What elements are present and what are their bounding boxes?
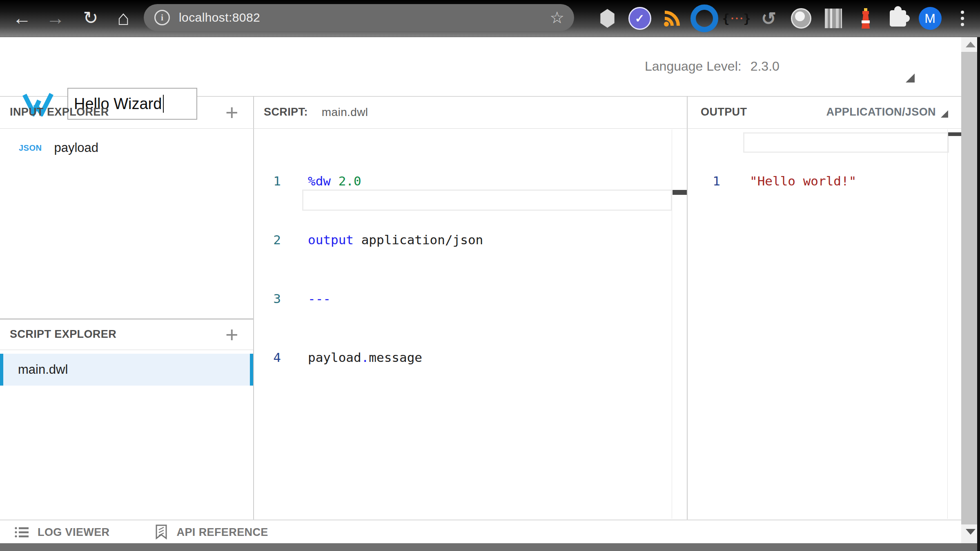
browser-toolbar: ← → ↻ ⌂ i localhost:8082 ☆ ✓ {···} ↺: [0, 0, 980, 37]
output-scroll-cursor-marker: [948, 132, 961, 136]
script-editor-gutter: [672, 129, 672, 519]
language-level: Language Level: 2.3.0: [645, 37, 780, 95]
window-right-edge: [977, 37, 980, 551]
app-header: Hello Wizard Language Level: 2.3.0: [0, 37, 980, 97]
library-bars-extension-icon[interactable]: [817, 9, 849, 28]
address-bar[interactable]: i localhost:8082 ☆: [144, 4, 574, 31]
log-viewer-button[interactable]: LOG VIEWER: [15, 526, 110, 539]
extension-row: ✓ {···} ↺ M: [591, 3, 978, 33]
check-badge-extension-icon[interactable]: ✓: [624, 7, 656, 30]
input-type-badge: JSON: [19, 143, 42, 153]
script-panel-label: SCRIPT:: [264, 106, 308, 118]
window-bottom-strip: [0, 543, 980, 551]
script-explorer-header-divider: [0, 350, 253, 350]
add-input-button[interactable]: +: [225, 104, 238, 120]
script-code-editor[interactable]: %dw 2.0 output application/json --- payl…: [308, 132, 483, 387]
code-line-4: payload.message: [308, 348, 483, 367]
language-level-expander-icon[interactable]: [906, 74, 915, 83]
input-item-payload[interactable]: JSON payload: [0, 136, 253, 159]
output-line-numbers: 1: [688, 132, 720, 210]
bookmark-icon: [155, 524, 168, 540]
script-explorer-header: SCRIPT EXPLORER +: [0, 319, 253, 350]
rss-extension-icon[interactable]: [656, 9, 688, 28]
json-braces-extension-icon[interactable]: {···}: [720, 11, 753, 26]
input-item-label: payload: [54, 141, 98, 155]
cube-extension-icon[interactable]: [591, 9, 624, 28]
refresh-icon[interactable]: ↻: [78, 5, 103, 31]
log-list-icon: [15, 526, 29, 538]
output-panel-header: OUTPUT APPLICATION/JSON: [688, 96, 960, 128]
output-viewer[interactable]: "Hello world!": [750, 132, 856, 210]
lighthouse-extension-icon[interactable]: [849, 8, 882, 29]
lens-extension-icon[interactable]: [785, 8, 817, 29]
script-line-numbers: 1 2 3 4: [254, 132, 281, 387]
profile-avatar[interactable]: M: [914, 7, 946, 30]
output-line-1: "Hello world!": [750, 171, 856, 191]
input-explorer-title: INPUT EXPLORER: [10, 106, 109, 118]
output-format-value: APPLICATION/JSON: [826, 106, 936, 118]
add-script-button[interactable]: +: [225, 326, 238, 343]
browser-menu-icon[interactable]: [946, 11, 978, 26]
site-info-icon[interactable]: i: [154, 10, 170, 25]
forward-icon[interactable]: →: [43, 5, 68, 31]
footer-bar: LOG VIEWER API REFERENCE: [0, 520, 980, 544]
output-format-selector[interactable]: APPLICATION/JSON: [826, 106, 948, 118]
output-format-expander-icon: [941, 110, 948, 118]
back-icon[interactable]: ←: [10, 5, 34, 31]
script-scroll-cursor-marker: [673, 190, 687, 195]
panel-header-divider: [0, 128, 980, 129]
language-level-value: 2.3.0: [751, 59, 780, 74]
code-line-1: %dw 2.0: [308, 171, 483, 191]
url-text[interactable]: localhost:8082: [179, 11, 260, 25]
selection-bar-left: [0, 354, 3, 386]
selection-bar-right: [250, 354, 253, 386]
script-item-label: main.dwl: [18, 362, 68, 377]
language-level-label: Language Level:: [645, 59, 742, 74]
script-panel-header: SCRIPT: main.dwl: [254, 96, 687, 128]
output-panel-label: OUTPUT: [701, 106, 747, 118]
puzzle-extension-icon[interactable]: [882, 10, 914, 27]
code-line-3: ---: [308, 289, 483, 308]
api-reference-label: API REFERENCE: [177, 526, 268, 539]
sync-arrows-extension-icon[interactable]: ↺: [753, 8, 785, 29]
script-filename: main.dwl: [322, 106, 368, 119]
code-line-2: output application/json: [308, 230, 483, 250]
home-icon[interactable]: ⌂: [111, 5, 136, 31]
script-item-maindwl-selected[interactable]: main.dwl: [0, 354, 253, 386]
output-editor-gutter: [947, 129, 948, 519]
bookmark-star-icon[interactable]: ☆: [550, 8, 564, 27]
input-explorer-header: INPUT EXPLORER +: [0, 96, 253, 128]
scrollbar-thumb[interactable]: [961, 52, 978, 524]
blue-ring-extension-icon[interactable]: [688, 4, 720, 32]
api-reference-button[interactable]: API REFERENCE: [155, 524, 268, 540]
log-viewer-label: LOG VIEWER: [38, 526, 110, 539]
script-explorer-title: SCRIPT EXPLORER: [10, 328, 116, 341]
